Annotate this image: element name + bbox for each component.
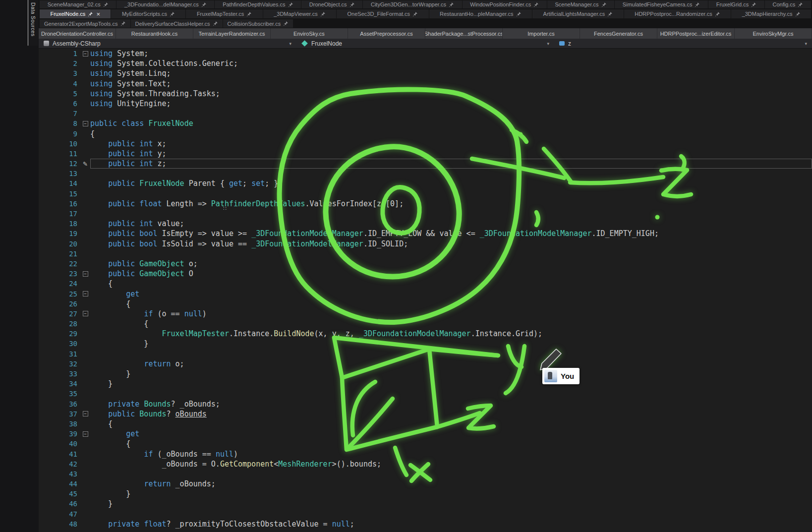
navigation-bar: Assembly-CSharp ▾ FruxelNode ▾ z ▾ xyxy=(39,39,812,49)
fold-collapse-icon[interactable]: − xyxy=(83,271,88,277)
tab-scenemanager-cs[interactable]: SceneManager.cs xyxy=(547,0,614,8)
code-text: public int z; xyxy=(90,159,812,169)
type-dropdown[interactable]: FruxelNode ▾ xyxy=(296,39,554,48)
tab-scenemanager-02-cs[interactable]: SceneManager_02.cs xyxy=(40,0,116,8)
code-line-13[interactable]: 13 xyxy=(39,169,812,178)
fold-collapse-icon[interactable]: − xyxy=(83,51,88,57)
code-line-26[interactable]: 26 { xyxy=(39,299,812,309)
code-line-3[interactable]: 3using System.Linq; xyxy=(39,68,812,78)
code-line-23[interactable]: 23− public GameObject O xyxy=(39,269,812,279)
code-line-16[interactable]: 16 public float Length => PathfinderDept… xyxy=(39,199,812,209)
code-line-22[interactable]: 22 public GameObject o; xyxy=(39,259,812,269)
code-line-7[interactable]: 7 xyxy=(39,109,812,118)
member-dropdown[interactable]: z ▾ xyxy=(554,39,812,48)
tab-fruxelmaptester-cs[interactable]: FruxelMapTester.cs xyxy=(186,9,262,18)
code-line-6[interactable]: 6using UnityEngine; xyxy=(39,99,812,109)
code-line-40[interactable]: 40 { xyxy=(39,439,812,449)
code-text: { xyxy=(90,439,812,449)
tab-pathfinderdepthvalues-cs[interactable]: PathfinderDepthValues.cs xyxy=(215,0,301,8)
code-line-24[interactable]: 24 { xyxy=(39,279,812,289)
code-line-36[interactable]: 36 private Bounds? _oBounds; xyxy=(39,399,812,409)
tab-3dmapviewer-cs[interactable]: _3DMapViewer.cs xyxy=(263,9,336,18)
doc-tab-restauranthook-cs[interactable]: RestaurantHook.cs xyxy=(116,28,193,39)
code-line-14[interactable]: 14 public FruxelNode Parent { get; set; … xyxy=(39,178,812,188)
code-line-12[interactable]: 12✎ public int z; xyxy=(39,159,812,169)
tab-droneobject-cs[interactable]: DroneObject.cs xyxy=(301,0,362,8)
tab-fruxelgrid-cs[interactable]: FruxelGrid.cs xyxy=(708,0,764,8)
code-line-15[interactable]: 15 xyxy=(39,189,812,199)
fold-collapse-icon[interactable]: − xyxy=(83,291,88,296)
tab-hdrppostproc-randomizer-cs[interactable]: HDRPPostproc...Randomizer.cs xyxy=(624,9,731,18)
code-line-25[interactable]: 25− get xyxy=(39,289,812,299)
code-line-33[interactable]: 33 } xyxy=(39,369,812,379)
code-line-1[interactable]: 1−using System; xyxy=(39,49,812,59)
code-line-44[interactable]: 44 return _oBounds; xyxy=(39,479,812,489)
code-text xyxy=(90,249,812,259)
tab-onesec3d-fileformat-cs[interactable]: OneSec3D_FileFormat.cs xyxy=(337,9,428,18)
doc-tab-enviroskymgr-cs[interactable]: EnviroSkyMgr.cs xyxy=(735,28,812,39)
tab-deliverysurfaceclasshelper-cs[interactable]: DeliverySurfaceClassHelper.cs xyxy=(131,19,223,28)
code-line-8[interactable]: 8−public class FruxelNode xyxy=(39,118,812,128)
code-line-18[interactable]: 18 public int value; xyxy=(39,219,812,229)
tab-restaurantho-plemanager-cs[interactable]: RestaurantHo...pleManager.cs xyxy=(429,9,532,18)
code-line-47[interactable]: 47 xyxy=(39,509,812,519)
doc-tab-fencesgenerator-cs[interactable]: FencesGenerator.cs xyxy=(580,28,657,39)
code-line-48[interactable]: 48 private float? _proximityToClosestObs… xyxy=(39,519,812,529)
tab-generator2exportmaptools-cs[interactable]: Generator2ExportMapTools.cs xyxy=(40,19,130,28)
doc-tab-importer-cs[interactable]: Importer.cs xyxy=(503,28,580,39)
tab-3dmaphierarchy-cs[interactable]: _3DMapHierarchy.cs xyxy=(731,9,811,18)
code-line-34[interactable]: 34 } xyxy=(39,379,812,389)
code-line-19[interactable]: 19 public bool IsEmpty => value >= _3DFo… xyxy=(39,229,812,238)
code-line-31[interactable]: 31 xyxy=(39,349,812,359)
tab-artificiallightsmanager-cs[interactable]: ArtificialLightsManager.cs xyxy=(532,9,624,18)
doc-tab-terrainlayerrandomizer-cs[interactable]: TerrainLayerRandomizer.cs xyxy=(193,28,271,39)
tab-citygen3dgen-torwrapper-cs[interactable]: CityGen3DGen...torWrapper.cs xyxy=(363,0,462,8)
code-line-46[interactable]: 46 } xyxy=(39,499,812,509)
doc-tab-envirosky-cs[interactable]: EnviroSky.cs xyxy=(271,28,348,39)
code-line-9[interactable]: 9{ xyxy=(39,129,812,139)
code-line-11[interactable]: 11 public int y; xyxy=(39,149,812,159)
code-line-32[interactable]: 32 return o; xyxy=(39,359,812,369)
code-line-37[interactable]: 37− public Bounds? oBounds xyxy=(39,409,812,419)
tab-collisionsubscriber-cs[interactable]: CollisionSubscriber.cs xyxy=(223,19,293,28)
tab-3dfoundatio-delmanager-cs[interactable]: _3DFoundatio...delManager.cs xyxy=(116,0,214,8)
code-line-17[interactable]: 17 xyxy=(39,209,812,219)
code-line-4[interactable]: 4using System.Text; xyxy=(39,79,812,89)
code-line-41[interactable]: 41 if (_oBounds == null) xyxy=(39,449,812,459)
code-line-30[interactable]: 30 } xyxy=(39,339,812,349)
tab-config-cs[interactable]: Config.cs xyxy=(765,0,811,8)
tab-myeditorscripts-cs[interactable]: MyEditorScripts.cs xyxy=(111,9,185,18)
code-line-20[interactable]: 20 public bool IsSolid => value == _3DFo… xyxy=(39,239,812,249)
code-line-29[interactable]: 29 FruxelMapTester.Instance.BuildNode(x,… xyxy=(39,329,812,339)
code-line-21[interactable]: 21 xyxy=(39,249,812,259)
data-sources-tab[interactable]: Data Sources xyxy=(28,0,38,46)
fold-collapse-icon[interactable]: − xyxy=(83,311,88,316)
code-line-27[interactable]: 27− if (o == null) xyxy=(39,309,812,319)
doc-tab-hdrppostproc-izereditor-cs[interactable]: HDRPPostproc...izerEditor.cs xyxy=(657,28,735,39)
doc-tab-droneorientationcontroller-cs[interactable]: DroneOrientationController.cs xyxy=(39,28,116,39)
code-line-45[interactable]: 45 } xyxy=(39,489,812,499)
close-icon[interactable]: × xyxy=(96,11,100,17)
code-line-28[interactable]: 28 { xyxy=(39,319,812,329)
code-line-42[interactable]: 42 _oBounds = O.GetComponent<MeshRendere… xyxy=(39,459,812,469)
code-text: using System.Linq; xyxy=(90,68,812,78)
fold-collapse-icon[interactable]: − xyxy=(83,411,88,416)
fold-collapse-icon[interactable]: − xyxy=(83,121,88,126)
doc-tab-assetpreprocessor-cs[interactable]: AssetPreprocessor.cs xyxy=(348,28,425,39)
code-line-38[interactable]: 38 { xyxy=(39,419,812,429)
code-text xyxy=(90,349,812,359)
tab-windowpositionfinder-cs[interactable]: WindowPositionFinder.cs xyxy=(463,0,547,8)
user-avatar xyxy=(544,370,557,382)
fold-collapse-icon[interactable]: − xyxy=(83,431,88,437)
doc-tab-shaderpackage-stprocessor-cs[interactable]: ShaderPackage...stProcessor.cs xyxy=(425,28,503,39)
code-line-39[interactable]: 39− get xyxy=(39,429,812,439)
code-line-2[interactable]: 2using System.Collections.Generic; xyxy=(39,59,812,68)
line-number: 19 xyxy=(39,229,80,238)
tab-simulatedfisheyecamera-cs[interactable]: SimulatedFisheyeCamera.cs xyxy=(615,0,708,8)
code-line-5[interactable]: 5using System.Threading.Tasks; xyxy=(39,89,812,99)
code-line-35[interactable]: 35 xyxy=(39,389,812,399)
code-line-10[interactable]: 10 public int x; xyxy=(39,139,812,149)
project-dropdown[interactable]: Assembly-CSharp ▾ xyxy=(39,39,296,48)
code-line-43[interactable]: 43 xyxy=(39,469,812,479)
tab-fruxelnode-cs[interactable]: FruxelNode.cs× xyxy=(40,9,111,18)
